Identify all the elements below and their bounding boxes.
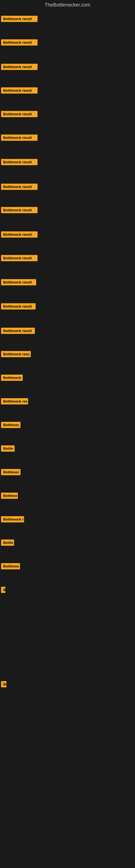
bar-row: Bottleneck result [1,159,38,166]
bottleneck-bar[interactable]: Bottlenec [1,563,20,569]
bar-row: Bottleneck result [1,279,36,286]
bottleneck-bar[interactable]: Bottleneck result [1,231,38,238]
bar-row: Bottleneck [1,375,23,382]
bottleneck-bar[interactable]: Bottleneck result [1,87,38,94]
bottleneck-bar[interactable]: Bo [1,681,6,687]
bottleneck-bar[interactable]: Bottleneck result [1,64,38,70]
bar-row: Bottleneck result [1,87,38,95]
bar-row: Bo [1,681,6,688]
site-title: TheBottlenecker.com [0,0,135,11]
bottleneck-bar[interactable]: Bottleneck result [1,111,38,117]
bottleneck-bar[interactable]: Bottlenec [1,422,20,428]
site-title-text: TheBottlenecker.com [45,2,90,8]
bottleneck-bar[interactable]: Bottleneck result [1,303,36,310]
bottleneck-bar[interactable]: Bottleneck result [1,39,38,45]
bottleneck-bar[interactable]: Bottle [1,445,14,452]
bar-row: Bottleneck r [1,516,24,524]
bar-row: Bottleneck result [1,16,38,23]
bar-row: Bottlenec [1,422,20,429]
bar-row: Bottleneck res [1,398,28,405]
bar-row: Bottleneck result [1,39,38,46]
bottleneck-bar[interactable]: B [1,587,5,593]
bar-row: Bottlene [1,493,18,500]
bar-row: Bottleneck result [1,184,38,191]
bar-row: Bottleneck result [1,111,38,118]
bar-row: Bottleneck resu [1,351,31,358]
bar-row: Bottlenec [1,563,20,570]
bottleneck-bar[interactable]: Bottleneck result [1,16,38,22]
bar-row: Bottleneck result [1,303,36,311]
bottleneck-bar[interactable]: Bottleneck result [1,159,38,165]
bottleneck-bar[interactable]: Bottlenec [1,469,20,475]
bar-row: Bottleneck result [1,255,38,262]
bottleneck-bar[interactable]: Bottleneck result [1,279,36,285]
bar-row: B [1,587,5,594]
bottleneck-bar[interactable]: Bottlene [1,493,18,499]
bar-row: Bottle [1,445,14,453]
bottleneck-bar[interactable]: Bottle [1,539,14,546]
bar-row: Bottleneck result [1,231,38,239]
bottleneck-bar[interactable]: Bottleneck result [1,255,38,261]
bar-row: Bottleneck result [1,134,38,142]
bar-row: Bottleneck result [1,207,38,214]
bottleneck-bar[interactable]: Bottleneck result [1,184,38,190]
bottleneck-bar[interactable]: Bottleneck [1,375,23,381]
bottleneck-bar[interactable]: Bottleneck res [1,398,28,404]
bar-row: Bottle [1,539,14,547]
bottleneck-bar[interactable]: Bottleneck result [1,207,38,213]
bar-row: Bottleneck result [1,64,38,71]
bottleneck-bar[interactable]: Bottleneck resu [1,351,31,357]
bottleneck-bar[interactable]: Bottleneck r [1,516,24,522]
bar-row: Bottleneck result [1,328,35,335]
bar-row: Bottlenec [1,469,20,476]
bottleneck-bar[interactable]: Bottleneck result [1,328,35,334]
bottleneck-bar[interactable]: Bottleneck result [1,134,38,141]
